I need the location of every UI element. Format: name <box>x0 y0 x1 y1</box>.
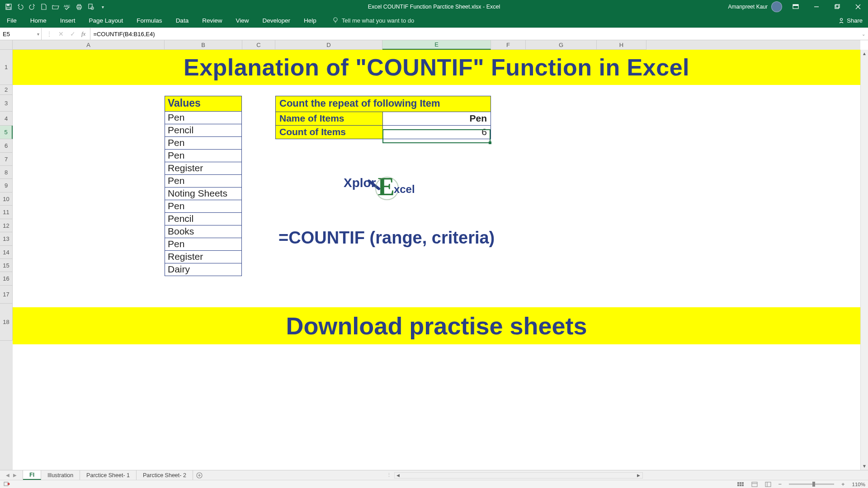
record-macro-icon[interactable] <box>4 481 10 488</box>
row-header-18[interactable]: 18 <box>0 304 13 341</box>
scroll-down-icon[interactable]: ▼ <box>861 462 868 470</box>
svg-point-16 <box>334 18 337 21</box>
cancel-formula-icon[interactable]: ✕ <box>55 28 67 40</box>
add-sheet-button[interactable] <box>193 470 206 480</box>
hscroll-right-icon[interactable]: ▶ <box>635 473 642 478</box>
row-header-10[interactable]: 10 <box>0 192 13 206</box>
redo-icon[interactable] <box>28 3 36 11</box>
values-cell: Pencil <box>165 124 241 137</box>
ribbon-tab-data[interactable]: Data <box>169 14 196 28</box>
sheet-content[interactable]: Explanation of "COUNTIF" Function in Exc… <box>13 50 860 470</box>
ribbon-tab-page-layout[interactable]: Page Layout <box>82 14 130 28</box>
column-header-C[interactable]: C <box>242 40 275 50</box>
svg-rect-33 <box>765 482 771 487</box>
name-box-dropdown-icon[interactable]: ▾ <box>37 32 39 37</box>
tell-me-search[interactable]: Tell me what you want to do <box>323 17 414 24</box>
name-box[interactable]: E5 ▾ <box>0 28 42 40</box>
zoom-level[interactable]: 110% <box>849 482 865 487</box>
spellcheck-icon[interactable]: ABC <box>63 3 71 11</box>
ribbon-tab-file[interactable]: File <box>0 14 24 28</box>
vertical-scrollbar[interactable]: ▲ ▼ <box>860 50 868 470</box>
ribbon-display-icon[interactable] <box>786 0 806 14</box>
undo-icon[interactable] <box>16 3 24 11</box>
enter-formula-icon[interactable]: ✓ <box>67 28 79 40</box>
count-table-header: Count the repeat of following Item <box>276 96 491 112</box>
normal-view-icon[interactable] <box>736 481 746 488</box>
minimize-button[interactable] <box>807 0 826 14</box>
ribbon-tab-help[interactable]: Help <box>297 14 323 28</box>
maximize-button[interactable] <box>827 0 847 14</box>
sheet-tab-fi[interactable]: FI <box>23 470 41 480</box>
row-header-17[interactable]: 17 <box>0 286 13 304</box>
horizontal-scrollbar[interactable]: ◀ ▶ <box>394 472 643 479</box>
qat-customize-icon[interactable]: ▾ <box>99 3 107 11</box>
close-button[interactable] <box>848 0 868 14</box>
column-header-H[interactable]: H <box>597 40 646 50</box>
quick-access-toolbar: ABC ▾ <box>0 3 111 11</box>
values-cell: Pen <box>165 137 241 150</box>
fx-icon[interactable]: fx <box>79 30 88 38</box>
title-bar: ABC ▾ Excel COUNTIF Function Parctice Sh… <box>0 0 868 14</box>
column-header-F[interactable]: F <box>491 40 526 50</box>
row-header-12[interactable]: 12 <box>0 219 13 232</box>
ribbon-tab-insert[interactable]: Insert <box>53 14 82 28</box>
svg-rect-1 <box>7 4 9 6</box>
sheet-tab-parctice-sheet--1[interactable]: Parctice Sheet- 1 <box>80 470 137 480</box>
row-header-7[interactable]: 7 <box>0 153 13 166</box>
select-all-corner[interactable] <box>0 40 13 50</box>
formula-input[interactable]: =COUNTIF(B4:B16,E4) <box>90 28 859 40</box>
share-button[interactable]: Share <box>838 17 863 24</box>
row-header-11[interactable]: 11 <box>0 206 13 219</box>
ribbon-tab-review[interactable]: Review <box>195 14 229 28</box>
sheet-nav-next-icon[interactable]: ▶ <box>12 473 18 478</box>
row-header-8[interactable]: 8 <box>0 166 13 179</box>
row-header-5[interactable]: 5 <box>0 126 13 139</box>
row-header-4[interactable]: 4 <box>0 112 13 126</box>
quick-print-icon[interactable] <box>75 3 83 11</box>
ribbon-tab-formulas[interactable]: Formulas <box>130 14 169 28</box>
zoom-slider[interactable] <box>789 483 834 485</box>
svg-rect-26 <box>740 482 741 484</box>
tab-split-icon[interactable]: ⋮ <box>387 472 392 478</box>
user-info[interactable]: Amanpreet Kaur <box>728 1 782 12</box>
ribbon-tab-home[interactable]: Home <box>24 14 53 28</box>
row-header-16[interactable]: 16 <box>0 272 13 286</box>
sheet-tab-parctice-sheet--2[interactable]: Parctice Sheet- 2 <box>137 470 193 480</box>
plus-circle-icon <box>196 472 203 479</box>
expand-formula-bar-icon[interactable]: ⌄ <box>859 32 868 37</box>
save-icon[interactable] <box>5 3 13 11</box>
page-layout-view-icon[interactable] <box>749 481 760 488</box>
values-cell: Pen <box>165 112 241 124</box>
svg-rect-30 <box>742 484 744 486</box>
new-file-icon[interactable] <box>40 3 48 11</box>
row-header-14[interactable]: 14 <box>0 246 13 259</box>
tell-me-placeholder: Tell me what you want to do <box>342 17 414 24</box>
sheet-tab-illustration[interactable]: Illustration <box>41 470 80 480</box>
hscroll-left-icon[interactable]: ◀ <box>395 473 402 478</box>
row-header-2[interactable]: 2 <box>0 85 13 95</box>
print-preview-icon[interactable] <box>87 3 95 11</box>
scroll-up-icon[interactable]: ▲ <box>861 50 868 57</box>
ribbon-tab-developer[interactable]: Developer <box>255 14 297 28</box>
column-header-D[interactable]: D <box>275 40 382 50</box>
row-header-13[interactable]: 13 <box>0 232 13 246</box>
xplorexcel-logo: Xplor E xcel <box>344 167 436 199</box>
column-header-G[interactable]: G <box>526 40 597 50</box>
page-break-view-icon[interactable] <box>763 481 774 488</box>
fill-handle[interactable] <box>489 141 491 144</box>
zoom-in-button[interactable]: + <box>840 481 847 488</box>
column-header-A[interactable]: A <box>13 40 165 50</box>
svg-rect-29 <box>740 484 741 486</box>
sheet-nav-prev-icon[interactable]: ◀ <box>5 473 11 478</box>
name-box-options-icon[interactable]: ⋮ <box>43 28 55 40</box>
row-header-15[interactable]: 15 <box>0 259 13 272</box>
open-icon[interactable] <box>52 3 60 11</box>
zoom-out-button[interactable]: − <box>776 481 783 488</box>
column-header-E[interactable]: E <box>382 40 491 50</box>
ribbon-tab-view[interactable]: View <box>229 14 255 28</box>
row-header-1[interactable]: 1 <box>0 50 13 85</box>
row-header-6[interactable]: 6 <box>0 139 13 153</box>
row-header-3[interactable]: 3 <box>0 95 13 112</box>
column-header-B[interactable]: B <box>165 40 242 50</box>
row-header-9[interactable]: 9 <box>0 179 13 192</box>
